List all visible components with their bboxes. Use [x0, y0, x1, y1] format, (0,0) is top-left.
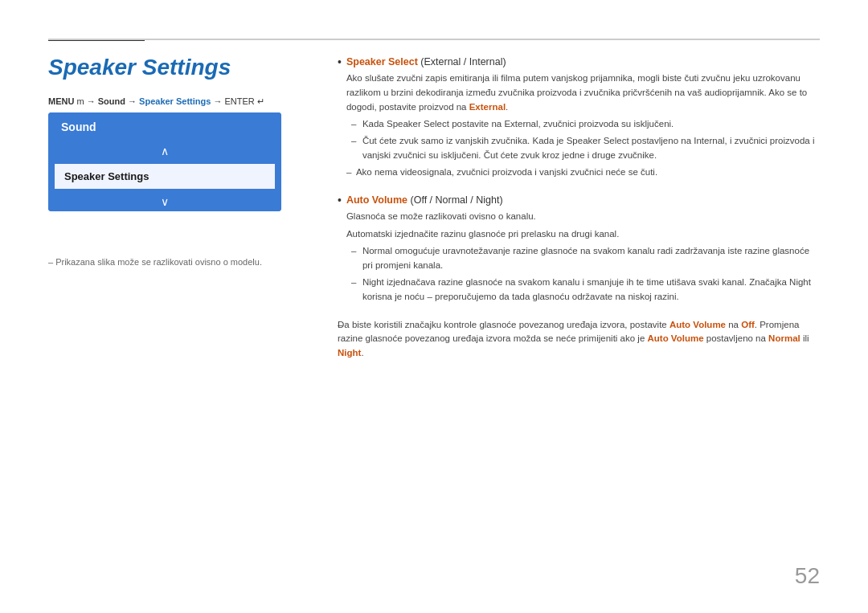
menu-enter-icon: ↵ — [257, 96, 264, 106]
auto-volume-bullet-row: • Auto Volume (Off / Normal / Night) Gla… — [338, 194, 820, 307]
final-note: Da biste koristili značajku kontrole gla… — [338, 318, 820, 361]
footnote: – Prikazana slika može se razlikovati ov… — [48, 257, 262, 267]
menu-arrow1: → — [84, 96, 98, 106]
internal-bold: Internal — [694, 136, 724, 145]
chevron-down-icon[interactable]: ∨ — [48, 192, 281, 211]
speaker-select-content: Speaker Select (External / Internal) Ako… — [346, 56, 820, 183]
auto-volume-intro1: Glasnoća se može razlikovati ovisno o ka… — [346, 210, 820, 224]
menu-arrow2: → — [125, 96, 139, 106]
menu-sound: Sound — [98, 96, 125, 106]
bullet-dot-1: • — [338, 55, 342, 68]
speaker-select-section: • Speaker Select (External / Internal) A… — [338, 56, 820, 183]
auto-volume-rest: (Off / Normal / Night) — [407, 194, 503, 206]
night-bold-1: Night — [362, 277, 384, 287]
ui-menu-box: Sound ∧ Speaker Settings ∨ — [48, 112, 281, 211]
off-highlight: Off — [741, 320, 755, 329]
ui-box-title: Sound — [48, 112, 281, 141]
auto-volume-intro2: Automatski izjednačite razinu glasnoće p… — [346, 227, 820, 242]
normal-bold: Normal — [362, 246, 392, 255]
bullet-dot-2: • — [338, 194, 342, 206]
auto-volume-final-highlight2: Auto Volume — [647, 333, 703, 343]
night-bold-2: Night — [789, 277, 811, 287]
auto-volume-highlight: Auto Volume — [346, 194, 407, 206]
speaker-select-bold-1: Speaker Select — [387, 119, 449, 129]
speaker-select-bold-2: Speaker Select — [567, 136, 629, 145]
auto-volume-section: • Auto Volume (Off / Normal / Night) Gla… — [338, 194, 820, 307]
chevron-up-icon[interactable]: ∧ — [48, 141, 281, 161]
menu-path: MENU m → Sound → Speaker Settings → ENTE… — [48, 96, 264, 107]
speaker-select-bullet-row: • Speaker Select (External / Internal) A… — [338, 56, 820, 183]
external-bold-1: External — [504, 119, 538, 129]
menu-label: MENU — [48, 96, 76, 106]
auto-volume-title: Auto Volume (Off / Normal / Night) — [346, 194, 820, 206]
speaker-select-dash-note: Ako nema videosignala, zvučnici proizvod… — [346, 166, 820, 180]
auto-volume-night: Night izjednačava razine glasnoće na sva… — [346, 276, 820, 304]
night-highlight-final: Night — [338, 348, 361, 358]
speaker-select-title: Speaker Select (External / Internal) — [346, 56, 820, 67]
page-number: 52 — [795, 563, 820, 589]
auto-volume-content: Auto Volume (Off / Normal / Night) Glasn… — [346, 194, 820, 307]
auto-volume-final-highlight: Auto Volume — [669, 320, 726, 329]
speaker-select-sub2: Čut ćete zvuk samo iz vanjskih zvučnika.… — [346, 134, 820, 163]
menu-icon: m — [76, 96, 84, 106]
speaker-select-sub1: Kada Speaker Select postavite na Externa… — [346, 117, 820, 132]
speaker-select-highlight: Speaker Select — [346, 56, 418, 67]
top-divider-line — [48, 39, 820, 40]
page-title: Speaker Settings — [48, 55, 231, 80]
menu-speaker-settings: Speaker Settings — [139, 96, 211, 106]
ui-box-selected-item[interactable]: Speaker Settings — [53, 162, 276, 190]
right-content-area: • Speaker Select (External / Internal) A… — [338, 56, 820, 364]
speaker-select-body: Ako slušate zvučni zapis emitiranja ili … — [346, 72, 820, 114]
speaker-select-rest: (External / Internal) — [418, 56, 506, 67]
normal-highlight-final: Normal — [768, 333, 800, 343]
auto-volume-normal: Normal omogućuje uravnotežavanje razine … — [346, 244, 820, 273]
menu-arrow3: → ENTER — [211, 96, 256, 106]
external-highlight-1: External — [469, 102, 506, 112]
